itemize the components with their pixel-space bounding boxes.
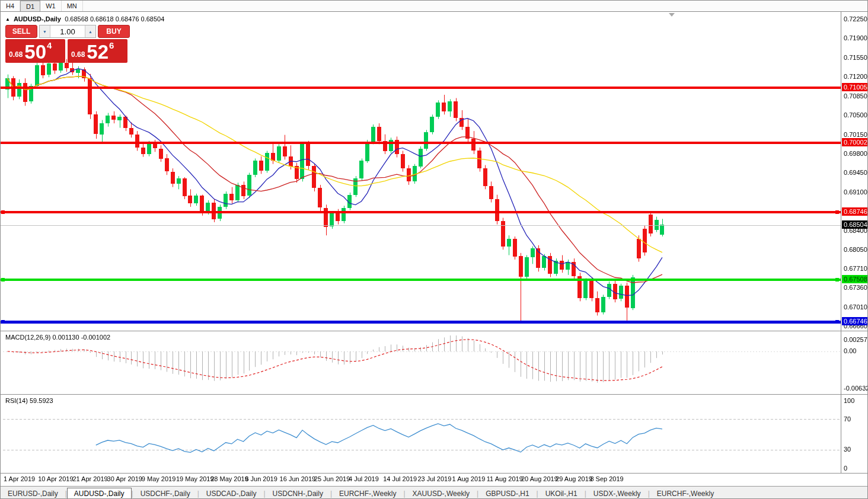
chart-header: ▲AUDUSD-,Daily 0.68568 0.68618 0.68476 0… — [5, 15, 164, 23]
buy-price-big: 52 — [87, 44, 108, 60]
date-axis-label: 1 Apr 2019 — [4, 475, 35, 482]
chart-shift-marker-icon[interactable] — [669, 13, 675, 17]
volume-decrease-icon[interactable]: ▼ — [40, 25, 50, 37]
price-axis-tick: 0.67360 — [844, 284, 867, 291]
hline-support-0.67508[interactable] — [1, 279, 841, 281]
buy-button[interactable]: BUY — [98, 25, 130, 38]
date-axis-label: 9 May 2019 — [142, 475, 175, 482]
price-axis-badge-0.66746: 0.66746 — [842, 317, 868, 325]
tab-ukoil-h1[interactable]: UKOil-,H1 — [538, 488, 585, 499]
price-axis-tick: 0.72250 — [844, 15, 867, 23]
price-axis-tick: 0.69450 — [844, 169, 867, 176]
date-axis-label: 21 Apr 2019 — [72, 475, 107, 482]
rsi-axis-tick: 30 — [844, 446, 851, 453]
date-axis-label: 1 Aug 2019 — [452, 475, 486, 482]
tab-usdchf-daily[interactable]: USDCHF-,Daily — [133, 488, 197, 499]
rsi-axis-tick: 100 — [844, 397, 854, 404]
date-axis-label: 30 Apr 2019 — [107, 475, 142, 482]
tab-eurusd-daily[interactable]: EURUSD-,Daily — [1, 488, 65, 499]
sell-price-box[interactable]: 0.68 50 4 — [5, 39, 65, 63]
volume-increase-icon[interactable]: ▲ — [85, 25, 95, 37]
macd-splitter[interactable] — [1, 331, 867, 331]
tab-xauusd-weekly[interactable]: XAUUSD-,Weekly — [406, 488, 477, 499]
hline-handle-left[interactable] — [1, 278, 5, 282]
price-axis-badge-0.68746: 0.68746 — [842, 207, 868, 216]
sell-price-big: 50 — [24, 44, 46, 60]
hline-handle-right[interactable] — [835, 210, 839, 214]
price-axis-tick: 0.71900 — [844, 34, 867, 41]
macd-axis-tick: -0.006326 — [844, 385, 868, 392]
timeframe-button-h4[interactable]: H4 — [1, 1, 20, 11]
price-axis-badge-0.68504: 0.68504 — [842, 220, 868, 229]
buy-price-prefix: 0.68 — [71, 50, 85, 59]
date-axis-label: 11 Aug 2019 — [487, 475, 523, 482]
price-axis-tick: 0.71550 — [844, 54, 867, 61]
rsi-axis-tick: 70 — [844, 415, 851, 423]
sell-price-pip: 4 — [47, 40, 52, 50]
rsi-indicator-label: RSI(14) 59.5923 — [5, 397, 53, 404]
date-axis-label: 16 Jun 2019 — [280, 475, 316, 482]
tab-audusd-daily[interactable]: AUDUSD-,Daily — [67, 488, 132, 499]
price-axis-tick: 0.69100 — [844, 188, 867, 196]
macd-axis-tick: 0.002574 — [844, 336, 868, 343]
hline-resistance-0.68746[interactable] — [1, 211, 841, 213]
date-axis-label: 28 May 2019 — [210, 475, 248, 482]
price-axis-badge-0.67508: 0.67508 — [842, 275, 868, 283]
price-axis-badge-0.70002: 0.70002 — [842, 138, 868, 146]
rsi-splitter[interactable] — [1, 394, 867, 395]
price-axis-tick: 0.68050 — [844, 246, 867, 253]
price-axis-tick: 0.70500 — [844, 111, 867, 119]
price-axis-separator — [841, 12, 841, 474]
timeframe-button-w1[interactable]: W1 — [40, 1, 62, 11]
chart-ohlc-values: 0.68568 0.68618 0.68476 0.68504 — [65, 15, 164, 23]
hline-resistance-0.71005[interactable] — [1, 87, 841, 89]
tab-usdx-weekly[interactable]: USDX-,Weekly — [586, 488, 648, 499]
sell-price-prefix: 0.68 — [9, 50, 23, 59]
sell-button[interactable]: SELL — [5, 25, 37, 38]
price-axis-badge-0.71005: 0.71005 — [842, 83, 868, 91]
price-axis-tick: 0.71200 — [844, 73, 867, 80]
hline-resistance-0.70002[interactable] — [1, 142, 841, 144]
timeframe-button-d1[interactable]: D1 — [20, 1, 40, 11]
timeframe-button-mn[interactable]: MN — [62, 1, 83, 11]
current-price-line — [1, 225, 841, 226]
macd-axis-tick: 0.00 — [844, 347, 856, 354]
date-axis-label: 4 Jul 2019 — [349, 475, 379, 482]
price-axis-tick: 0.67710 — [844, 265, 867, 272]
date-axis-label: 8 Sep 2019 — [590, 475, 623, 482]
tab-eurchf-weekly[interactable]: EURCHF-,Weekly — [650, 488, 721, 499]
timeframe-toolbar: H4D1W1MN — [1, 1, 867, 12]
price-axis-tick: 0.70150 — [844, 131, 867, 138]
date-axis-label: 14 Jul 2019 — [383, 475, 417, 482]
date-axis-label: 29 Aug 2019 — [556, 475, 592, 482]
volume-spinner: ▼ 1.00 ▲ — [39, 25, 96, 38]
buy-price-box[interactable]: 0.68 52 6 — [68, 39, 127, 63]
buy-price-pip: 6 — [109, 40, 114, 50]
date-axis-label: 23 Jul 2019 — [417, 475, 451, 482]
tab-eurchf-weekly[interactable]: EURCHF-,Weekly — [332, 488, 403, 499]
date-axis-separator — [1, 473, 867, 474]
date-axis-label: 10 Apr 2019 — [38, 475, 73, 482]
terminal-window: H4D1W1MN ▲AUDUSD-,Daily 0.68568 0.68618 … — [0, 0, 868, 499]
price-axis-tick: 0.70850 — [844, 92, 867, 100]
hline-handle-left[interactable] — [1, 320, 5, 324]
date-axis-label: 6 Jun 2019 — [245, 475, 277, 482]
tab-usdcnh-daily[interactable]: USDCNH-,Daily — [266, 488, 330, 499]
rsi-axis-tick: 0 — [844, 465, 847, 472]
hline-handle-right[interactable] — [835, 278, 839, 282]
tab-usdcad-daily[interactable]: USDCAD-,Daily — [199, 488, 264, 499]
date-axis-label: 19 May 2019 — [176, 475, 214, 482]
hline-handle-left[interactable] — [1, 210, 5, 214]
hline-support-0.66746[interactable] — [1, 321, 841, 324]
one-click-trade-panel: SELL ▼ 1.00 ▲ BUY 0.68 50 4 0.68 52 6 — [5, 25, 130, 63]
hline-handle-right[interactable] — [835, 320, 839, 324]
tab-gbpusd-h1[interactable]: GBPUSD-,H1 — [478, 488, 536, 499]
date-axis-label: 25 Jun 2019 — [314, 475, 350, 482]
chart-symbol-title: AUDUSD-,Daily — [14, 15, 61, 23]
date-axis-label: 20 Aug 2019 — [521, 475, 558, 482]
price-chart-canvas[interactable] — [1, 1, 868, 499]
volume-input[interactable]: 1.00 — [50, 25, 85, 37]
price-axis-tick: 0.69800 — [844, 150, 867, 157]
collapse-panel-icon[interactable]: ▲ — [5, 17, 10, 22]
price-axis-tick: 0.67010 — [844, 303, 867, 311]
